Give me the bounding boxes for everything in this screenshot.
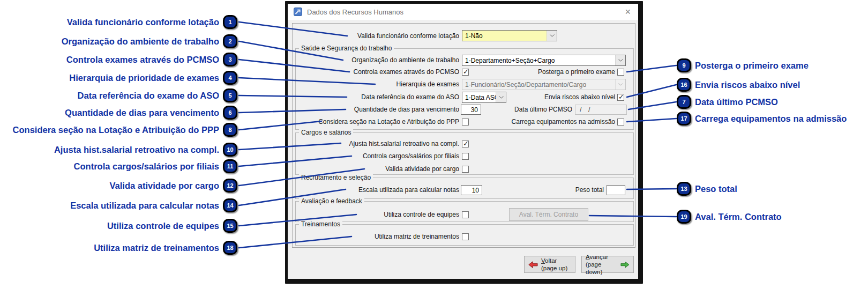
callout-badge: 9 [677, 58, 691, 72]
callout-9: 9 Posterga o primeiro exame [677, 58, 809, 72]
qtd-dias-input[interactable] [461, 105, 481, 115]
callout-text: Quantidade de dias para vencimento [65, 108, 219, 118]
callout-badge: 13 [677, 182, 691, 196]
callout-15: Utiliza controle de equipes 15 [107, 219, 237, 233]
data-referencia-combo[interactable]: 1-Data ASO [462, 92, 506, 103]
organizacao-combo[interactable]: 1-Departamento+Seção+Cargo [462, 55, 626, 66]
red-left-arrow-icon [528, 261, 538, 268]
callout-text: Carrega equipamentos na admissão [695, 114, 847, 124]
callout-text: Controla cargos/salários por filiais [74, 161, 219, 172]
callout-badge: 4 [223, 71, 237, 85]
organizacao-label: Organização do ambiente de trabalho [351, 56, 459, 64]
data-referencia-label: Data referência do exame do ASO [361, 93, 459, 101]
callout-13: 13 Peso total [677, 182, 737, 196]
callout-text: Data referência do exame do ASO [78, 91, 219, 101]
titlebar[interactable]: Dados dos Recursos Humanos × [288, 4, 638, 20]
callout-19: 19 Aval. Térm. Contrato [677, 210, 782, 224]
callout-5: Data referência do exame do ASO 5 [78, 88, 237, 102]
callout-text: Hierarquia de prioridade de exames [69, 73, 219, 83]
utiliza-equipes-label: Utiliza controle de equipes [384, 210, 459, 219]
group-label: Saúde e Segurança do trabalho [299, 45, 394, 52]
ajusta-hist-checkbox[interactable] [462, 141, 469, 147]
peso-total-label: Peso total [575, 186, 604, 194]
utiliza-matriz-checkbox[interactable] [462, 233, 469, 240]
callout-badge: 8 [223, 123, 237, 137]
valida-atividade-checkbox[interactable] [462, 166, 469, 173]
callout-text: Posterga o primeiro exame [695, 61, 809, 71]
callout-12: Valida atividade por cargo 12 [110, 179, 238, 193]
combo-value: 1-Departamento+Seção+Cargo [462, 57, 615, 64]
callout-badge: 1 [223, 15, 237, 29]
callout-text: Data último PCMSO [695, 97, 778, 107]
considera-secao-checkbox[interactable] [462, 119, 469, 125]
callout-text: Utiliza controle de equipes [107, 221, 219, 231]
combo-value: 1-Data ASO [462, 94, 496, 101]
group-label: Cargos e salários [299, 129, 353, 136]
callout-text: Aval. Térm. Contrato [695, 212, 782, 222]
valida-funcionario-combo[interactable]: 1-Não [462, 30, 557, 41]
callout-18: Utiliza matriz de treinamentos 18 [94, 241, 237, 255]
utiliza-equipes-checkbox[interactable] [462, 211, 469, 218]
chevron-down-icon [496, 92, 506, 102]
callout-17: 17 Carrega equipamentos na admissão [677, 112, 847, 125]
callout-badge: 14 [223, 198, 237, 212]
callout-3: Controla exames através do PCMSO 3 [66, 53, 237, 67]
combo-value: 1-Não [462, 32, 547, 40]
escala-notas-input[interactable] [461, 185, 482, 195]
callout-badge: 11 [223, 159, 237, 173]
callout-1: Valida funcionário conforme lotação 1 [67, 15, 237, 29]
group-label: Recrutamento e seleção [299, 174, 373, 181]
voltar-label: Voltar [541, 257, 567, 264]
avancar-sublabel: (page down) [586, 261, 617, 276]
callout-badge: 12 [223, 179, 237, 193]
callout-text: Considera seção na Lotação e Atribuição … [13, 125, 219, 135]
callout-badge: 19 [677, 210, 691, 224]
carrega-equip-checkbox[interactable] [617, 119, 624, 125]
callout-text: Organização do ambiente de trabalho [62, 36, 219, 47]
app-icon [294, 8, 302, 16]
callout-4: Hierarquia de prioridade de exames 4 [69, 71, 237, 85]
callout-7: 7 Data último PCMSO [677, 95, 778, 109]
voltar-button[interactable]: Voltar (page up) [524, 256, 575, 273]
callout-6: Quantidade de dias para vencimento 6 [65, 106, 237, 120]
envia-riscos-label: Envia riscos abaixo nível [544, 93, 615, 101]
chevron-down-icon [547, 31, 557, 41]
callout-text: Valida funcionário conforme lotação [67, 17, 219, 27]
ajusta-hist-label: Ajusta hist.salarial retroativo na compl… [349, 139, 459, 148]
controla-exames-checkbox[interactable] [462, 69, 469, 76]
combo-value: 1-Funcionário/Seção/Departamento/Cargo [462, 81, 615, 88]
posterga-label: Posterga o primeiro exame [538, 68, 615, 76]
voltar-sublabel: (page up) [541, 264, 567, 272]
callout-text: Controla exames através do PCMSO [66, 55, 219, 65]
controla-exames-label: Controla exames através do PCMSO [354, 68, 459, 76]
peso-total-input[interactable] [607, 185, 625, 195]
chevron-down-icon [615, 79, 625, 90]
data-ultimo-pcmso-label: Data último PCMSO [514, 105, 572, 114]
callout-text: Utiliza matriz de treinamentos [94, 243, 219, 253]
callout-2: Organização do ambiente de trabalho 2 [62, 34, 237, 48]
callout-badge: 17 [677, 112, 691, 125]
envia-riscos-checkbox[interactable] [617, 94, 624, 101]
callout-badge: 6 [223, 106, 237, 120]
considera-secao-label: Considera seção na Lotação e Atribuição … [318, 117, 459, 126]
callout-badge: 15 [223, 219, 237, 233]
callout-badge: 18 [223, 241, 237, 255]
callout-text: Escala utilizada para calcular notas [70, 201, 219, 211]
hierarquia-label: Hierarquia de exames [396, 80, 459, 88]
close-icon[interactable]: × [625, 6, 631, 18]
callout-badge: 3 [223, 53, 237, 67]
avancar-label: Avançar [586, 253, 617, 261]
chevron-down-icon [615, 55, 625, 65]
valida-funcionario-label: Valida funcionário conforme lotação [357, 32, 459, 40]
valida-atividade-label: Valida atividade por cargo [385, 165, 459, 173]
callout-badge: 10 [223, 143, 237, 157]
callout-badge: 16 [677, 78, 691, 92]
aval-term-contrato-button: Aval. Térm. Contrato [509, 208, 588, 221]
posterga-checkbox[interactable] [617, 69, 624, 76]
group-label: Avaliação e feedback [299, 197, 364, 205]
controla-cargos-checkbox[interactable] [462, 153, 469, 160]
avancar-button[interactable]: Avançar (page down) [581, 256, 634, 273]
callout-11: Controla cargos/salários por filiais 11 [74, 159, 237, 173]
callout-badge: 2 [223, 34, 237, 48]
callout-text: Ajusta hist.salarial retroativo na compl… [54, 145, 219, 155]
